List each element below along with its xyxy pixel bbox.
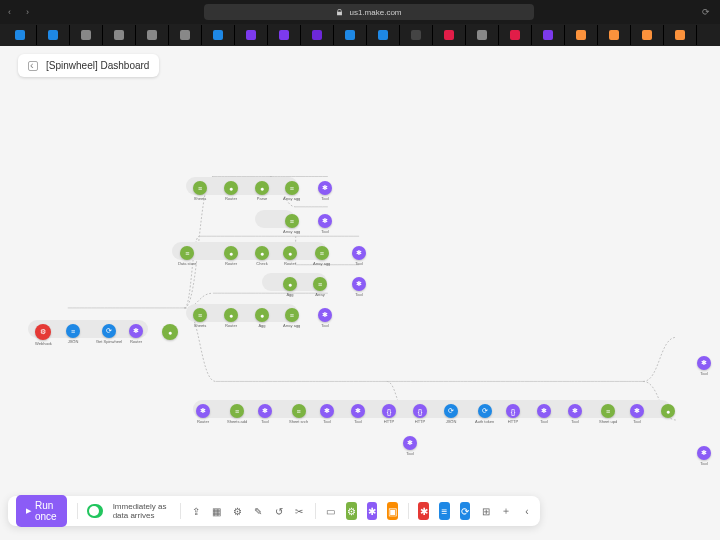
module-node[interactable]: ✱Router: [196, 404, 210, 424]
module-node[interactable]: ●Router: [224, 308, 238, 328]
module-node[interactable]: {}HTTP: [413, 404, 427, 424]
module-node[interactable]: ●Agg: [255, 308, 269, 328]
keys-button[interactable]: ⟳: [460, 502, 471, 520]
browser-tab[interactable]: [4, 25, 37, 45]
browser-tab[interactable]: [37, 25, 70, 45]
module-icon: ✱: [537, 404, 551, 418]
module-node[interactable]: ✱Router: [129, 324, 143, 344]
module-node[interactable]: ✱Tool: [630, 404, 644, 424]
data-store-button[interactable]: ≡: [439, 502, 450, 520]
module-node[interactable]: ✱Tool: [697, 446, 711, 466]
module-node[interactable]: ●Router: [224, 181, 238, 201]
module-node[interactable]: ⟳JSON: [444, 404, 458, 424]
browser-tab[interactable]: [433, 25, 466, 45]
calendar-button[interactable]: ▦: [212, 502, 223, 520]
explain-flow-button[interactable]: ⚙: [346, 502, 357, 520]
align-button[interactable]: ▭: [325, 502, 336, 520]
url-text: us1.make.com: [349, 8, 401, 17]
module-label: Tool: [633, 419, 640, 424]
module-node[interactable]: ⟳Get Spinwheel: [96, 324, 122, 344]
module-node[interactable]: ✱Tool: [320, 404, 334, 424]
browser-tab[interactable]: [565, 25, 598, 45]
module-node[interactable]: ●: [661, 404, 675, 418]
browser-tab[interactable]: [466, 25, 499, 45]
schedule-toggle[interactable]: [87, 504, 102, 518]
module-node[interactable]: ●Router: [283, 246, 297, 266]
module-node[interactable]: ≡Data store: [178, 246, 196, 266]
browser-tab[interactable]: [70, 25, 103, 45]
module-node[interactable]: ≡Array agg: [313, 246, 330, 266]
module-node[interactable]: ●Agg: [283, 277, 297, 297]
module-node[interactable]: ✱Tool: [352, 277, 366, 297]
reload-icon[interactable]: ⟳: [702, 7, 712, 17]
module-node[interactable]: ✱Tool: [318, 181, 332, 201]
browser-tab[interactable]: [499, 25, 532, 45]
module-node[interactable]: ✱Tool: [258, 404, 272, 424]
module-node[interactable]: ✱Tool: [537, 404, 551, 424]
module-node[interactable]: {}HTTP: [506, 404, 520, 424]
module-node[interactable]: ≡JSON: [66, 324, 80, 344]
browser-tab[interactable]: [598, 25, 631, 45]
module-node[interactable]: ≡Sheets add: [227, 404, 247, 424]
module-icon: ✱: [351, 404, 365, 418]
module-node[interactable]: ✱Tool: [352, 246, 366, 266]
module-node[interactable]: ✱Tool: [351, 404, 365, 424]
module-node[interactable]: ●Parse: [255, 181, 269, 201]
module-node[interactable]: ≡Array: [313, 277, 327, 297]
browser-tab[interactable]: [367, 25, 400, 45]
browser-tab[interactable]: [268, 25, 301, 45]
module-node[interactable]: ✱Tool: [568, 404, 582, 424]
module-node[interactable]: ●Router: [224, 246, 238, 266]
undo-button[interactable]: ↺: [273, 502, 284, 520]
module-label: JSON: [68, 339, 79, 344]
module-node[interactable]: ≡Array agg: [283, 308, 300, 328]
browser-tab[interactable]: [136, 25, 169, 45]
browser-tab[interactable]: [202, 25, 235, 45]
browser-tab[interactable]: [532, 25, 565, 45]
module-label: Tool: [355, 261, 362, 266]
module-node[interactable]: ✱Tool: [318, 308, 332, 328]
more-apps-button[interactable]: ⊞: [480, 502, 491, 520]
nav-fwd-icon[interactable]: ›: [26, 7, 36, 17]
module-node[interactable]: {}HTTP: [382, 404, 396, 424]
tab-favicon: [378, 30, 388, 40]
browser-tab[interactable]: [301, 25, 334, 45]
tab-favicon: [180, 30, 190, 40]
auto-align-button[interactable]: ✱: [367, 502, 378, 520]
module-node[interactable]: ≡Sheet upd: [599, 404, 617, 424]
add-module-button[interactable]: ＋: [501, 502, 512, 520]
browser-tab[interactable]: [631, 25, 664, 45]
error-handler-button[interactable]: ✱: [418, 502, 429, 520]
module-node[interactable]: ✱Tool: [318, 214, 332, 234]
browser-tab[interactable]: [235, 25, 268, 45]
module-node[interactable]: ≡Sheets: [193, 181, 207, 201]
export-button[interactable]: ⇪: [191, 502, 202, 520]
nav-back-icon[interactable]: ‹: [8, 7, 18, 17]
browser-tab[interactable]: [334, 25, 367, 45]
browser-tab[interactable]: [664, 25, 697, 45]
browser-tab[interactable]: [103, 25, 136, 45]
browser-tab[interactable]: [400, 25, 433, 45]
browser-tab[interactable]: [169, 25, 202, 45]
module-node[interactable]: ≡Sheet srch: [289, 404, 308, 424]
scenario-canvas[interactable]: ⚙Webhook≡JSON⟳Get Spinwheel✱Router●≡Shee…: [0, 46, 720, 500]
settings-button[interactable]: ⚙: [232, 502, 243, 520]
module-icon: ●: [255, 246, 269, 260]
module-node[interactable]: ≡Array agg: [283, 214, 300, 234]
module-node[interactable]: ✱Tool: [403, 436, 417, 456]
module-node[interactable]: ≡Array agg: [283, 181, 300, 201]
url-bar[interactable]: us1.make.com: [204, 4, 534, 20]
notes-button[interactable]: ✎: [253, 502, 264, 520]
collapse-toolbar-icon[interactable]: ‹: [522, 502, 533, 520]
run-once-button[interactable]: Run once: [16, 495, 67, 527]
module-node[interactable]: ⚙Webhook: [35, 324, 52, 346]
module-node[interactable]: ⟳Auth token: [475, 404, 494, 424]
module-icon: ≡: [315, 246, 329, 260]
module-node[interactable]: ≡Sheets: [193, 308, 207, 328]
tools-button[interactable]: ✂: [294, 502, 305, 520]
module-node[interactable]: ●Check: [255, 246, 269, 266]
module-node[interactable]: ✱Tool: [697, 356, 711, 376]
module-node[interactable]: ●: [162, 324, 178, 340]
dev-tool-button[interactable]: ▣: [387, 502, 398, 520]
module-icon: ●: [661, 404, 675, 418]
